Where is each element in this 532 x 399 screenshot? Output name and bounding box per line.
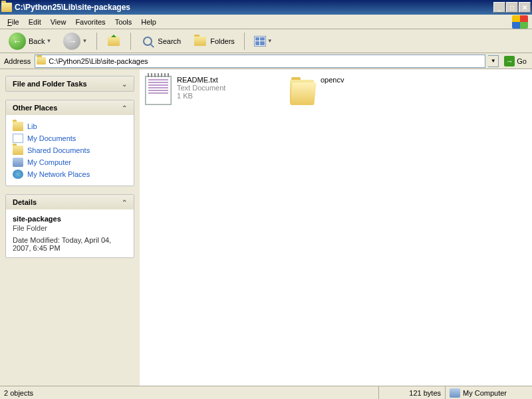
- menu-file-label: ile: [12, 18, 19, 26]
- details-type: File Folder: [13, 224, 127, 232]
- go-icon: →: [504, 56, 515, 66]
- views-button[interactable]: ▼: [249, 32, 277, 51]
- menu-favorites[interactable]: Favorites: [70, 17, 110, 27]
- file-folder-tasks-header[interactable]: File and Folder Tasks ⌄: [6, 76, 134, 91]
- search-label: Search: [158, 37, 181, 45]
- file-item-readme-txt[interactable]: README.txtText Document1 KB: [145, 76, 278, 105]
- place-link-my-network-places[interactable]: My Network Places: [13, 168, 127, 180]
- place-label: Lib: [27, 122, 37, 130]
- menu-tools[interactable]: Tools: [110, 17, 137, 27]
- forward-arrow-icon: →: [63, 33, 80, 50]
- details-box: Details ⌃ site-packages File Folder Date…: [5, 194, 134, 258]
- address-dropdown[interactable]: ▼: [488, 55, 499, 67]
- go-label: Go: [517, 57, 527, 65]
- net-icon: [13, 170, 23, 179]
- chevron-down-icon: ▼: [82, 38, 87, 44]
- back-arrow-icon: ←: [9, 33, 26, 50]
- address-input[interactable]: [49, 56, 483, 66]
- separator: [96, 33, 97, 50]
- address-bar: Address ▼ → Go: [0, 53, 532, 69]
- chevron-down-icon: ▼: [46, 38, 51, 44]
- place-link-lib[interactable]: Lib: [13, 120, 127, 132]
- menu-view[interactable]: View: [46, 17, 71, 27]
- place-label: My Documents: [27, 134, 76, 142]
- separator: [244, 33, 245, 50]
- views-icon: [254, 36, 266, 47]
- details-modified: Date Modified: Today, April 04, 2007, 6:…: [13, 236, 127, 252]
- status-objects: 2 objects: [0, 386, 379, 399]
- other-places-box: Other Places ⌃ LibMy DocumentsShared Doc…: [5, 100, 134, 186]
- forward-button[interactable]: → ▼: [59, 32, 92, 51]
- status-bar: 2 objects 121 bytes My Computer: [0, 386, 532, 399]
- computer-icon: [450, 388, 460, 398]
- chevron-up-icon: ⌃: [122, 104, 127, 112]
- comp-icon: [13, 158, 23, 167]
- back-button[interactable]: ← Back ▼: [4, 32, 56, 51]
- file-folder-tasks-box: File and Folder Tasks ⌄: [5, 76, 134, 92]
- folder-icon: [13, 122, 23, 131]
- place-link-my-documents[interactable]: My Documents: [13, 132, 127, 144]
- chevron-down-icon: ▼: [267, 38, 273, 44]
- folder-icon: [289, 76, 315, 105]
- toolbar: ← Back ▼ → ▼ Search Folders ▼: [0, 29, 532, 53]
- search-icon: [143, 37, 152, 46]
- tasks-panel: File and Folder Tasks ⌄ Other Places ⌃ L…: [0, 69, 140, 386]
- place-label: My Network Places: [27, 170, 90, 178]
- go-button[interactable]: → Go: [501, 55, 529, 68]
- file-name: README.txt: [177, 76, 225, 84]
- chevron-down-icon: ⌄: [122, 80, 127, 88]
- text-file-icon: [145, 76, 172, 105]
- docs-icon: [13, 134, 23, 143]
- address-label: Address: [3, 57, 32, 65]
- folders-button[interactable]: Folders: [188, 32, 239, 51]
- folder-icon: [1, 3, 12, 12]
- file-name: opencv: [321, 76, 344, 84]
- status-bytes: 121 bytes: [379, 386, 446, 399]
- details-name: site-packages: [13, 215, 127, 223]
- other-places-header[interactable]: Other Places ⌃: [6, 100, 134, 115]
- back-label: Back: [29, 37, 45, 45]
- close-button[interactable]: ✕: [519, 2, 531, 13]
- file-pane[interactable]: README.txtText Document1 KBopencv: [140, 69, 532, 386]
- up-folder-icon: [108, 37, 120, 46]
- title-bar: C:\Python25\Lib\site-packages _ □ ✕: [0, 0, 532, 15]
- file-item-opencv[interactable]: opencv: [289, 76, 422, 105]
- place-link-shared-documents[interactable]: Shared Documents: [13, 144, 127, 156]
- place-link-my-computer[interactable]: My Computer: [13, 156, 127, 168]
- status-zone: My Computer: [463, 389, 507, 397]
- details-header[interactable]: Details ⌃: [6, 195, 134, 209]
- minimize-button[interactable]: _: [493, 2, 505, 13]
- search-button[interactable]: Search: [136, 32, 186, 51]
- folders-label: Folders: [210, 37, 235, 45]
- place-label: Shared Documents: [27, 146, 90, 154]
- window-title: C:\Python25\Lib\site-packages: [15, 3, 493, 12]
- separator: [130, 33, 131, 50]
- file-size: 1 KB: [177, 92, 225, 100]
- place-label: My Computer: [27, 158, 71, 166]
- chevron-up-icon: ⌃: [122, 199, 127, 206]
- menu-help[interactable]: Help: [136, 17, 161, 27]
- folder-icon: [194, 37, 206, 46]
- folder-icon: [37, 57, 46, 65]
- windows-flag-icon: [512, 15, 528, 29]
- file-type: Text Document: [177, 84, 225, 92]
- menu-file[interactable]: File: [3, 17, 24, 27]
- maximize-button[interactable]: □: [506, 2, 518, 13]
- menu-edit[interactable]: Edit: [24, 17, 46, 27]
- menu-bar: File Edit View Favorites Tools Help: [0, 15, 532, 29]
- address-input-wrapper[interactable]: [35, 55, 485, 68]
- up-button[interactable]: [102, 32, 126, 51]
- folder-icon: [13, 146, 23, 155]
